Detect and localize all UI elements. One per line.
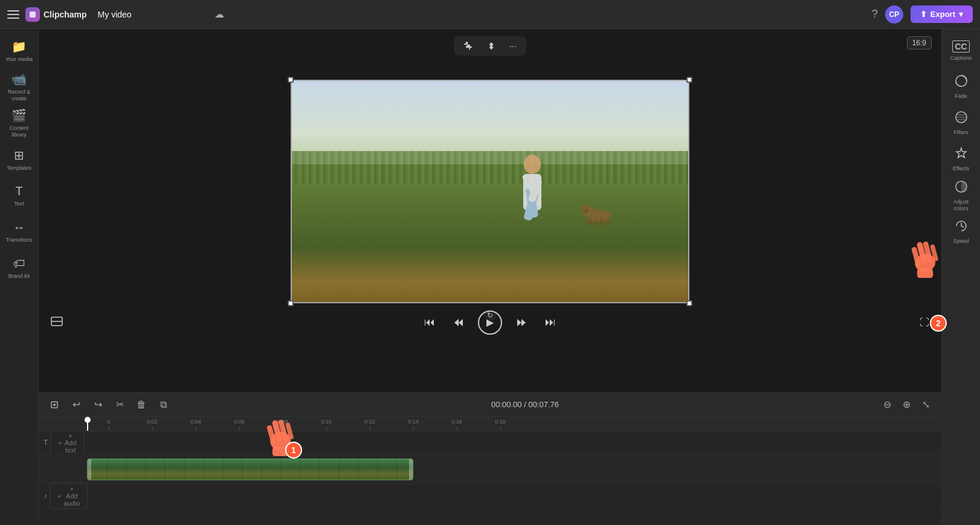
delete-button[interactable]: 🗑: [133, 396, 150, 413]
zoom-out-button[interactable]: ⊖: [878, 396, 895, 413]
add-text-plus-icon: +: [58, 439, 62, 446]
fast-forward-button[interactable]: [512, 313, 531, 332]
sidebar-item-templates[interactable]: ⊞ Templates: [2, 143, 36, 176]
timeline-ruler: 0 0:02 0:04 0:06 0:08 0:10 0:12 0:14 0:1…: [39, 417, 941, 431]
svg-rect-14: [606, 220, 609, 225]
fullscreen-button[interactable]: ⛶: [920, 317, 929, 328]
export-button[interactable]: ⬆ Export ▾: [911, 5, 973, 23]
caption-toggle-button[interactable]: [51, 317, 63, 329]
center-area: ··· 16:9: [39, 29, 941, 525]
clip-handle-right[interactable]: [409, 459, 413, 480]
sidebar-label-text: Text: [14, 201, 24, 207]
preview-area: ··· 16:9: [39, 29, 941, 392]
transitions-icon: ↔: [13, 221, 25, 234]
svg-point-1: [524, 155, 541, 174]
flip-button[interactable]: [482, 39, 501, 53]
effects-label: Effects: [953, 166, 969, 172]
clip-handle-left[interactable]: [88, 459, 91, 480]
resize-handle-top-right[interactable]: [686, 77, 692, 83]
add-text-button[interactable]: + + Add text: [50, 430, 84, 456]
adjust-colors-label: Adjustcolors: [953, 199, 969, 212]
zoom-in-button[interactable]: ⊕: [898, 396, 915, 413]
video-title-input[interactable]: [93, 7, 208, 22]
ruler-mark-12: 0:12: [348, 419, 392, 431]
aspect-ratio-value: 16:9: [912, 39, 926, 47]
captions-icon: CC: [952, 40, 969, 53]
play-pause-button[interactable]: ▶: [478, 311, 502, 335]
audio-track: ♪ + + Add audio: [39, 485, 941, 507]
svg-rect-0: [30, 11, 36, 18]
captions-label: Captions: [950, 55, 972, 62]
sidebar-label-record: Record &create: [8, 89, 31, 102]
ruler-mark-18: 0:18: [479, 419, 522, 431]
skip-to-start-button[interactable]: ⏮: [420, 313, 439, 332]
topbar-left: Clipchamp ☁: [7, 7, 865, 22]
resize-handle-top-left[interactable]: [288, 77, 294, 83]
speed-icon: [955, 219, 968, 236]
ruler-mark-4: 0:04: [174, 419, 218, 431]
auto-reframe-button[interactable]: [46, 396, 63, 413]
timeline-time-display: 00:00.00 / 00:07.76: [176, 400, 874, 409]
skip-to-end-button[interactable]: ⏭: [541, 313, 560, 332]
user-avatar[interactable]: CP: [885, 5, 903, 24]
filters-label: Filters: [953, 129, 969, 136]
video-clip[interactable]: [87, 459, 413, 480]
speed-label: Speed: [953, 238, 969, 245]
help-icon[interactable]: ?: [872, 8, 878, 21]
fit-timeline-button[interactable]: ⤡: [917, 396, 934, 413]
ruler-mark-6: 0:06: [218, 419, 261, 431]
right-panel-item-captions[interactable]: CC Captions: [944, 34, 978, 68]
scene-field: [291, 164, 689, 303]
sidebar-item-record[interactable]: 📹 Record &create: [2, 70, 36, 104]
cut-button[interactable]: ✂: [111, 396, 128, 413]
timeline-area: ↩ ↪ ✂ 🗑 ⧉ 00:00.00 / 00:07.76 ⊖ ⊕ ⤡: [39, 392, 941, 525]
duplicate-button[interactable]: ⧉: [155, 396, 172, 413]
right-panel-item-effects[interactable]: Effects: [944, 143, 978, 176]
record-icon: 📹: [11, 72, 27, 86]
more-options-button[interactable]: ···: [505, 39, 521, 53]
sidebar-label-content: Content library: [5, 125, 34, 138]
scene-grass: [291, 151, 689, 185]
right-panel-item-filters[interactable]: Filters: [944, 106, 978, 140]
right-panel-item-fade[interactable]: Fade: [944, 70, 978, 104]
sidebar-item-text[interactable]: T Text: [2, 179, 36, 213]
ruler-mark-0: 0: [87, 419, 131, 431]
audio-track-content: [87, 485, 941, 507]
logo-icon: [25, 7, 40, 22]
sidebar-item-brand-kit[interactable]: 🏷 Brand kit: [2, 251, 36, 285]
ruler-marks: 0 0:02 0:04 0:06 0:08 0:10 0:12 0:14 0:1…: [39, 417, 522, 431]
ruler-mark-8: 0:08: [261, 419, 305, 431]
text-track-content: [87, 431, 941, 454]
save-status-icon: ☁: [214, 8, 224, 20]
sidebar-item-your-media[interactable]: 📁 Your media: [2, 34, 36, 68]
rewind-button[interactable]: [449, 313, 468, 332]
right-panel-item-speed[interactable]: Speed: [944, 215, 978, 249]
video-track-content: [87, 454, 941, 484]
clip-thumbnail: [88, 459, 413, 480]
app-name: Clipchamp: [44, 10, 87, 19]
right-panel: CC Captions Fade: [941, 29, 980, 525]
redo-button[interactable]: ↪: [89, 396, 106, 413]
add-audio-button[interactable]: + + Add audio: [50, 483, 88, 509]
ruler-mark-16: 0:16: [435, 419, 479, 431]
topbar: Clipchamp ☁ ? CP ⬆ Export ▾: [0, 0, 980, 29]
playhead-handle[interactable]: [85, 417, 91, 423]
add-audio-plus-icon: +: [57, 492, 61, 500]
right-panel-item-adjust-colors[interactable]: Adjustcolors: [944, 179, 978, 213]
sidebar-label-your-media: Your media: [5, 56, 33, 63]
folder-icon: 📁: [11, 39, 27, 54]
svg-point-18: [53, 404, 56, 406]
svg-rect-11: [588, 219, 591, 225]
hamburger-menu[interactable]: [7, 10, 19, 19]
main-layout: 📁 Your media 📹 Record &create 🎬 Content …: [0, 29, 980, 525]
playhead[interactable]: [87, 417, 88, 431]
ruler-mark-10: 0:10: [305, 419, 348, 431]
ruler-mark-14: 0:14: [392, 419, 435, 431]
crop-button[interactable]: [459, 39, 478, 53]
svg-point-10: [582, 205, 587, 210]
sidebar-item-transitions[interactable]: ↔ Transitions: [2, 215, 36, 249]
undo-button[interactable]: ↩: [68, 396, 85, 413]
aspect-ratio-badge: 16:9: [907, 36, 932, 50]
sidebar-label-brand: Brand kit: [8, 273, 30, 280]
sidebar-item-content-library[interactable]: 🎬 Content library: [2, 106, 36, 140]
